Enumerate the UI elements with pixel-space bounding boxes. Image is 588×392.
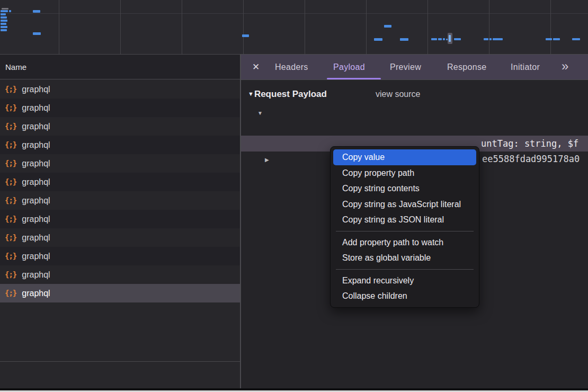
property-value-right-fragment: ee5588fdad995178a0: [482, 152, 580, 167]
name-column-header[interactable]: Name: [0, 55, 240, 79]
json-icon: {;}: [5, 80, 16, 99]
overview-gridline: [120, 0, 121, 54]
menu-separator: [336, 231, 474, 231]
detail-tab-bar: ✕ Headers Payload Preview Response Initi…: [241, 55, 588, 80]
menu-item-store-as-global-variable[interactable]: Store as global variable: [331, 250, 479, 266]
request-name: graphql: [22, 99, 50, 117]
json-icon: {;}: [5, 265, 16, 284]
request-timing-bar[interactable]: [493, 38, 503, 40]
menu-item-collapse-children[interactable]: Collapse children: [331, 288, 479, 304]
request-timing-bar[interactable]: [489, 38, 492, 40]
property-value-right-fragment: untTag: string, $f: [481, 136, 578, 152]
menu-item-copy-value[interactable]: Copy value: [333, 149, 476, 165]
json-icon: {;}: [5, 247, 16, 265]
tab-headers[interactable]: Headers: [275, 55, 308, 79]
request-timing-bar[interactable]: [1, 29, 7, 31]
json-icon: {;}: [5, 117, 16, 136]
collapse-triangle-icon: ▼: [248, 91, 254, 97]
context-menu: Copy value Copy property path Copy strin…: [330, 146, 479, 308]
request-timing-bar[interactable]: [553, 38, 560, 40]
overview-gridline: [59, 0, 59, 54]
overview-gridline: [427, 0, 428, 54]
request-timing-bar[interactable]: [454, 38, 461, 40]
tab-payload[interactable]: Payload: [333, 55, 365, 79]
request-timing-bar[interactable]: [242, 34, 249, 37]
request-timing-bar[interactable]: [431, 38, 437, 40]
json-icon: {;}: [5, 191, 16, 210]
table-row[interactable]: {;}graphql: [0, 210, 240, 228]
request-name: graphql: [22, 80, 50, 99]
payload-operation-name-row[interactable]: operationName: "ipFlowTimeseries": [241, 120, 588, 136]
request-timing-bar[interactable]: [484, 38, 488, 40]
request-timing-bar[interactable]: [572, 38, 580, 40]
request-timing-bar[interactable]: [374, 38, 382, 41]
network-overview-timeline[interactable]: [0, 0, 588, 55]
json-icon: {;}: [5, 136, 16, 154]
request-timing-bar[interactable]: [546, 38, 552, 40]
tab-preview[interactable]: Preview: [390, 55, 421, 79]
json-icon: {;}: [5, 99, 16, 117]
overview-gridline: [366, 0, 367, 54]
request-timing-bar[interactable]: [33, 10, 40, 13]
tab-response[interactable]: Response: [447, 55, 486, 79]
request-name: graphql: [22, 173, 50, 191]
request-timing-bar[interactable]: [9, 10, 11, 12]
request-name: graphql: [22, 228, 50, 247]
tab-initiator[interactable]: Initiator: [511, 55, 540, 79]
table-row[interactable]: {;}graphql: [0, 265, 240, 284]
request-timing-bar[interactable]: [33, 32, 41, 35]
request-name: graphql: [22, 210, 50, 228]
close-icon[interactable]: ✕: [252, 55, 260, 79]
network-summary-bar: [0, 361, 240, 390]
more-tabs-icon[interactable]: »: [562, 54, 568, 78]
overview-gridline: [305, 0, 305, 54]
expand-triangle-icon[interactable]: ▶: [265, 152, 269, 167]
request-timing-bar[interactable]: [400, 38, 408, 41]
table-row[interactable]: {;}graphql: [0, 117, 240, 136]
request-timing-bar[interactable]: [438, 38, 442, 40]
request-timing-bar[interactable]: [384, 25, 391, 28]
request-list: {;}graphql {;}graphql {;}graphql {;}grap…: [0, 80, 240, 302]
table-row[interactable]: {;}graphql: [0, 228, 240, 247]
request-timing-bar[interactable]: [1, 26, 7, 28]
collapse-triangle-icon[interactable]: ▼: [257, 105, 263, 120]
table-row[interactable]: {;}graphql: [0, 99, 240, 117]
overview-gridline: [550, 0, 551, 54]
table-row-selected[interactable]: {;}graphql: [0, 284, 240, 302]
selected-request-marker[interactable]: [449, 35, 451, 42]
json-icon: {;}: [5, 210, 16, 228]
active-tab-underline: [327, 78, 381, 79]
request-name: graphql: [22, 117, 50, 136]
table-row[interactable]: {;}graphql: [0, 173, 240, 191]
menu-item-copy-string-js-literal[interactable]: Copy string as JavaScript literal: [331, 197, 479, 212]
request-timing-bar[interactable]: [1, 20, 7, 22]
request-timing-bar[interactable]: [1, 16, 7, 19]
table-row[interactable]: {;}graphql: [0, 247, 240, 265]
menu-item-add-property-path-to-watch[interactable]: Add property path to watch: [331, 235, 479, 251]
request-table-panel: Name {;}graphql {;}graphql {;}graphql {;…: [0, 55, 240, 388]
request-timing-bar[interactable]: [1, 23, 6, 25]
menu-item-copy-string-contents[interactable]: Copy string contents: [331, 181, 479, 197]
request-timing-bar[interactable]: [2, 8, 8, 10]
view-source-link[interactable]: view source: [376, 86, 420, 102]
overview-gridline: [489, 0, 489, 54]
json-icon: {;}: [5, 154, 16, 173]
menu-separator: [336, 269, 474, 270]
table-row[interactable]: {;}graphql: [0, 154, 240, 173]
devtools-network-panel: Name {;}graphql {;}graphql {;}graphql {;…: [0, 0, 588, 392]
menu-item-copy-string-json-literal[interactable]: Copy string as JSON literal: [331, 212, 479, 228]
request-timing-bar[interactable]: [1, 10, 8, 12]
json-icon: {;}: [5, 173, 16, 191]
menu-item-copy-property-path[interactable]: Copy property path: [331, 165, 479, 181]
table-row[interactable]: {;}graphql: [0, 136, 240, 154]
menu-item-expand-recursively[interactable]: Expand recursively: [331, 273, 479, 289]
request-timing-bar[interactable]: [1, 13, 6, 15]
request-timing-bar[interactable]: [443, 38, 445, 40]
request-payload-title[interactable]: ▼Request Payload: [248, 86, 327, 103]
request-name: graphql: [22, 154, 50, 173]
request-name: graphql: [22, 136, 50, 154]
payload-object-preview-row[interactable]: ▼ {operationName: "ipFlowTimeseries", va…: [241, 105, 588, 120]
table-row[interactable]: {;}graphql: [0, 80, 240, 99]
table-row[interactable]: {;}graphql: [0, 191, 240, 210]
overview-gridline: [243, 0, 244, 54]
